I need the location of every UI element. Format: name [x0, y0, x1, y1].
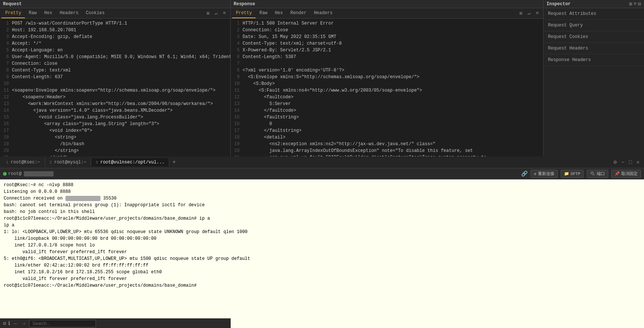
status-indicator: [3, 172, 7, 176]
code-line: 10 <S:Body>: [231, 80, 543, 87]
request-title: Request: [3, 1, 22, 7]
settings-icon-status[interactable]: ⚙: [3, 320, 6, 327]
tab-response-hex[interactable]: Hex: [271, 8, 287, 18]
close-icon[interactable]: ✕: [636, 158, 640, 166]
request-tab-bar: Pretty Raw Hex Headers Cookies ⊞ ↵ ≡: [0, 8, 230, 19]
code-line: 8Content-Type: text/xml: [0, 67, 230, 74]
code-line: 16 0: [231, 121, 543, 127]
wrap-icon-response[interactable]: ↵: [526, 10, 532, 17]
code-line: 15 <void class="java.lang.ProcessBuilder…: [0, 114, 230, 121]
tab-response-raw[interactable]: Raw: [256, 8, 271, 18]
code-line: 3Accept-Encoding: gzip, deflate: [0, 34, 230, 40]
code-line: 19 /bin/bash: [0, 141, 230, 147]
code-line: 13 S:Server: [231, 101, 543, 107]
code-line: 5Accept-Language: en: [0, 47, 230, 54]
terminal-tab-3[interactable]: 3 root@vulnsec:/opt/vul...: [91, 158, 169, 166]
tab-response-render[interactable]: Render: [286, 8, 310, 18]
code-line: 2Host: 192.168.58.20:7001: [0, 27, 230, 34]
inspector-title: Inspector: [547, 1, 571, 7]
port-button[interactable]: 🔌 端口: [587, 170, 608, 178]
request-code-area: 1POST /wls-wsat/CoordinatorPortType HTTP…: [0, 19, 230, 156]
search-input[interactable]: [29, 320, 96, 327]
sftp-button[interactable]: 📁 SFTP: [561, 170, 584, 178]
tab-response-headers[interactable]: Headers: [310, 8, 336, 18]
settings-icon[interactable]: ⚙: [613, 158, 617, 166]
info-icon-status[interactable]: ℹ: [8, 320, 10, 327]
code-line: 6Content-Length: 5387: [231, 54, 543, 60]
list-icon[interactable]: ≡: [634, 1, 637, 7]
code-line: 16 <array class="java.lang.String" lengt…: [0, 121, 230, 127]
terminal-tab-1-label: root@Ksec:~: [11, 160, 40, 165]
code-line: 17 </faultstring>: [231, 127, 543, 134]
menu-icon[interactable]: ≡: [221, 10, 227, 17]
code-line: 9Content-Length: 637: [0, 74, 230, 80]
reconnect-icon: ↺: [534, 171, 536, 176]
code-line: 9 <S:Envelope xmlns:S="http://schemas.xm…: [231, 74, 543, 80]
folder-icon: 📁: [564, 171, 569, 176]
terminal-tab-1[interactable]: 1 root@Ksec:~: [1, 158, 45, 166]
code-line: 7Connection: close: [0, 60, 230, 67]
minimize-icon[interactable]: −: [621, 159, 625, 166]
code-line: 11 <S:Fault xmlns:ns4="http://www.w3.org…: [231, 87, 543, 94]
tab-request-hex[interactable]: Hex: [41, 8, 56, 18]
unpin-icon: 📌: [615, 171, 620, 176]
inspector-item-request-attributes[interactable]: Request Attributes: [544, 8, 644, 20]
maximize-icon[interactable]: □: [628, 159, 632, 166]
code-line: 8<?xml version='1.0' encoding='UTF-8'?>: [231, 67, 543, 74]
wrap-icon[interactable]: ↵: [213, 10, 219, 17]
copy-icon-response[interactable]: ⊞: [518, 10, 524, 17]
back-button[interactable]: ←: [12, 320, 18, 327]
terminal-tab-3-label: root@vulnsec:/opt/vul...: [100, 160, 164, 165]
code-line: 6User-Agent: Mozilla/5.0 (compatible; MS…: [0, 54, 230, 60]
code-line: 1HTTP/1.1 500 Internal Server Error: [231, 20, 543, 27]
code-line: 4Content-Type: text/xml; charset=utf-8: [231, 40, 543, 47]
terminal-tab-bar: 1 root@Ksec:~ 2 root@mysql:~ 3 root@vuln…: [0, 156, 644, 168]
code-line: 7: [231, 60, 543, 67]
code-line: 18 <string>: [0, 134, 230, 141]
inspector-item-request-query[interactable]: Request Query: [544, 20, 644, 31]
code-line: 5X-Powered-By: Servlet/2.5 JSP/2.1: [231, 47, 543, 54]
terminal-tab-2[interactable]: 2 root@mysql:~: [45, 158, 91, 166]
code-line: 13 <work:WorkContext xmlns:work="http://…: [0, 101, 230, 107]
inspector-item-request-cookies[interactable]: Request Cookies: [544, 31, 644, 43]
inspector-item-response-headers[interactable]: Response Headers: [544, 54, 644, 66]
tab-request-pretty[interactable]: Pretty: [1, 8, 25, 18]
code-line: 18 <detail>: [231, 134, 543, 141]
terminal-add-tab[interactable]: +: [169, 157, 179, 167]
tab-request-raw[interactable]: Raw: [25, 8, 41, 18]
code-line: 12 <faultcode>: [231, 94, 543, 101]
terminal-panel: 1 root@Ksec:~ 2 root@mysql:~ 3 root@vuln…: [0, 156, 644, 328]
request-panel-header: Request: [0, 0, 230, 8]
tab-request-headers[interactable]: Headers: [56, 8, 82, 18]
inspector-header: Inspector ⊞ ≡ ⊟: [544, 0, 644, 8]
code-line: 14 </faultcode>: [231, 107, 543, 114]
code-line: 2Connection: close: [231, 27, 543, 34]
response-code-area: 1HTTP/1.1 500 Internal Server Error 2Con…: [231, 19, 543, 156]
unpin-button[interactable]: 📌 取消固定: [611, 170, 641, 178]
inspector-icons: ⊞ ≡ ⊟: [629, 1, 641, 7]
code-line: 20 java.lang.ArrayIndexOutOfBoundsExcept…: [231, 147, 543, 154]
code-line: 14 <java version="1.4.0" class="java.bea…: [0, 107, 230, 114]
code-line: 19 <ns2:exception xmlns:ns2="http://jax-…: [231, 141, 543, 147]
inspector-panel: Inspector ⊞ ≡ ⊟ Request Attributes Reque…: [544, 0, 644, 156]
grid-icon[interactable]: ⊞: [629, 1, 632, 7]
reconnect-button[interactable]: ↺ 重新连接: [531, 170, 558, 178]
connection-status: root@ 🔗: [3, 171, 528, 177]
menu-icon-response[interactable]: ≡: [534, 10, 540, 17]
copy-icon[interactable]: ⊞: [205, 10, 211, 17]
code-line: 17 <void index="0">: [0, 127, 230, 134]
status-bar: ⚙ ℹ ← →: [0, 318, 231, 328]
forward-button[interactable]: →: [21, 320, 27, 327]
inspector-item-request-headers[interactable]: Request Headers: [544, 43, 644, 54]
connection-icon: 🔗: [521, 171, 528, 177]
code-line: 4Accept: */*: [0, 40, 230, 47]
terminal-output[interactable]: root@Ksec:~# nc -nlvp 8888 Listening on …: [0, 179, 644, 328]
port-icon: 🔌: [590, 171, 595, 176]
status-label: root@: [8, 171, 22, 176]
code-line: 12 <soapenv:Header>: [0, 94, 230, 101]
tab-response-pretty[interactable]: Pretty: [232, 8, 256, 18]
split-icon[interactable]: ⊟: [638, 1, 641, 7]
tab-request-cookies[interactable]: Cookies: [82, 8, 108, 18]
code-line: 15 <faultstring>: [231, 114, 543, 121]
ip-redacted: [24, 171, 54, 176]
